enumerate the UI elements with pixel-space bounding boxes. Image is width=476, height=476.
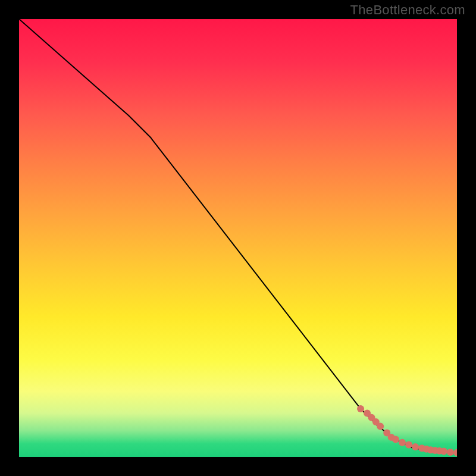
chart-stage: TheBottleneck.com	[0, 0, 476, 476]
data-marker	[399, 439, 406, 446]
data-marker	[392, 436, 399, 443]
curve-path	[19, 19, 457, 453]
data-marker	[405, 441, 412, 448]
data-marker	[440, 447, 447, 455]
data-marker	[453, 449, 457, 456]
data-marker	[357, 405, 364, 412]
data-marker	[377, 422, 384, 430]
watermark-text: TheBottleneck.com	[350, 2, 465, 18]
marker-dots	[357, 405, 457, 456]
data-marker	[447, 449, 454, 456]
plot-area	[19, 19, 457, 457]
curve-line	[19, 19, 457, 453]
data-marker	[412, 443, 419, 450]
chart-svg	[19, 19, 457, 457]
